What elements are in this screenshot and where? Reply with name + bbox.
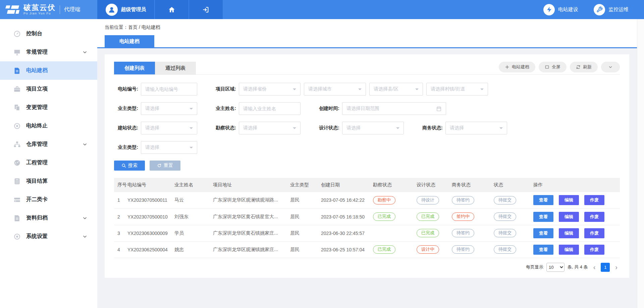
next-page-button[interactable]: › — [613, 264, 620, 270]
sidebar-item-2[interactable]: 电站建档 — [0, 61, 97, 80]
status-badge: 待提交 — [494, 196, 516, 204]
edit-button[interactable]: 编辑 — [559, 212, 579, 222]
table-header-cell: 业主姓名 — [174, 178, 213, 192]
tab-create-list[interactable]: 创建列表 — [114, 62, 155, 74]
logout-icon — [202, 6, 210, 13]
sidebar-item-5[interactable]: 电站终止 — [0, 117, 97, 135]
table-row: 3YX2023063000009学员广东深圳龙华区黄石镇姚家庄...居民2023… — [114, 225, 620, 241]
reset-button[interactable]: 重置 — [150, 161, 180, 171]
cell-address: 广东深圳龙华区黄石镇星官大... — [213, 208, 290, 225]
cell-code: YX2023070500010 — [127, 208, 174, 225]
filter-label: 勘察状态: — [212, 125, 239, 131]
pagination: 每页显示 10 条, 共 4 条 ‹ 1 › — [114, 263, 620, 272]
tab-passed-list[interactable]: 通过列表 — [155, 62, 196, 74]
filter-field: 业主类型:请选择 — [114, 102, 197, 115]
filter-select[interactable]: 请选择村镇/街道 — [426, 83, 488, 96]
cell-status: 待提交 — [494, 225, 533, 241]
sidebar-item-4[interactable]: 变更管理 — [0, 98, 97, 117]
sidebar-item-label: 电站终止 — [26, 122, 48, 129]
cell-actions: 查看编辑作废 — [533, 208, 620, 225]
filter-label: 电站编号: — [114, 86, 141, 92]
cell-no: 4 — [114, 241, 127, 258]
logout-button[interactable] — [189, 0, 223, 19]
sidebar-item-3[interactable]: 项目立项 — [0, 80, 97, 98]
sidebar-item-1[interactable]: 常规管理 — [0, 43, 97, 61]
filter-input[interactable] — [141, 83, 197, 96]
settings-icon — [13, 233, 21, 240]
filter-select[interactable]: 请选择省份 — [239, 83, 301, 96]
user-menu[interactable]: 超级管理员 — [97, 0, 154, 19]
edit-button[interactable]: 编辑 — [559, 245, 579, 255]
refresh-button[interactable]: 刷新 — [570, 62, 598, 72]
filter-field: 电站编号: — [114, 83, 197, 96]
chevron-down-icon — [415, 88, 419, 92]
status-badge: 待提交 — [494, 229, 516, 237]
prev-page-button[interactable]: ‹ — [591, 264, 598, 270]
filter-select[interactable]: 请选择 — [141, 102, 197, 115]
status-badge: 待签约 — [452, 229, 474, 237]
user-name: 超级管理员 — [121, 6, 146, 13]
sidebar-item-11[interactable]: 系统设置 — [0, 227, 97, 246]
void-button[interactable]: 作废 — [584, 245, 604, 255]
archive-icon — [13, 214, 21, 222]
view-button[interactable]: 查看 — [533, 245, 553, 255]
table-row: 4YX2023062500004姚忠广东深圳龙华区观澜镇姚家庄...居民2023… — [114, 241, 620, 258]
calculator-icon — [13, 178, 21, 185]
view-button[interactable]: 查看 — [533, 228, 553, 238]
per-page-select[interactable]: 10 — [546, 263, 565, 272]
view-button[interactable]: 查看 — [533, 195, 553, 205]
filter-select[interactable]: 请选择 — [445, 122, 507, 134]
filter-select[interactable]: 请选择县/区 — [369, 83, 423, 96]
table-row: 2YX2023070500010刘强东广东深圳龙华区黄石镇星官大...居民202… — [114, 208, 620, 225]
dashboard-icon — [13, 30, 21, 38]
void-button[interactable]: 作废 — [584, 195, 604, 205]
scrollbar[interactable] — [637, 19, 644, 308]
plus-icon — [505, 65, 509, 69]
filter-field: 建站状态:请选择 — [114, 122, 197, 134]
collapse-toolbar-button[interactable] — [601, 62, 620, 72]
cell-code: YX2023063000009 — [127, 225, 174, 241]
header-quick-links: 电站建设 监控运维 — [543, 0, 644, 19]
page-number[interactable]: 1 — [601, 263, 610, 272]
cell-code: YX2023062500004 — [127, 241, 174, 258]
list-tabs-row: 创建列表 通过列表 电站建档 全屏 刷新 — [114, 62, 620, 75]
select-placeholder: 请选择县/区 — [374, 86, 398, 92]
void-button[interactable]: 作废 — [584, 228, 604, 238]
copy-icon — [13, 104, 21, 111]
edit-button[interactable]: 编辑 — [559, 228, 579, 238]
chevron-down-icon — [83, 50, 87, 55]
search-button[interactable]: 搜索 — [114, 161, 145, 171]
filter-select[interactable]: 请选择 — [141, 141, 197, 154]
date-range-input[interactable]: 请选择日期范围 — [342, 102, 446, 115]
filter-input[interactable] — [239, 102, 301, 115]
sidebar-item-7[interactable]: 工程管理 — [0, 153, 97, 172]
filter-select[interactable]: 请选择 — [342, 122, 404, 134]
wrench-icon — [594, 4, 605, 15]
nav-monitor-ops[interactable]: 监控运维 — [594, 4, 629, 15]
filter-field: 勘察状态:请选择 — [212, 122, 301, 134]
view-button[interactable]: 查看 — [533, 212, 553, 222]
lightning-icon — [543, 4, 555, 15]
fullscreen-button[interactable]: 全屏 — [539, 62, 567, 72]
void-button[interactable]: 作废 — [584, 212, 604, 222]
page-tab[interactable]: 电站建档 — [105, 35, 154, 47]
sidebar-item-9[interactable]: 开二类卡 — [0, 190, 97, 209]
sitemap-icon — [13, 141, 21, 148]
cell-design: 待设计 — [417, 192, 452, 208]
sidebar-item-0[interactable]: 控制台 — [0, 24, 97, 43]
cell-owner: 刘强东 — [174, 208, 213, 225]
cell-owner_type: 居民 — [290, 208, 321, 225]
create-station-button[interactable]: 电站建档 — [499, 62, 535, 72]
chevron-down-icon — [83, 142, 87, 147]
filter-select[interactable]: 请选择 — [141, 122, 197, 134]
sidebar-item-8[interactable]: 项目结算 — [0, 172, 97, 190]
sidebar-item-10[interactable]: 资料归档 — [0, 209, 97, 227]
cell-design: 设计中 — [417, 241, 452, 258]
sidebar-item-6[interactable]: 仓库管理 — [0, 135, 97, 153]
filter-select[interactable]: 请选择 — [239, 122, 301, 134]
nav-station-build[interactable]: 电站建设 — [543, 4, 578, 15]
filter-select[interactable]: 请选择城市 — [304, 83, 366, 96]
home-button[interactable] — [154, 0, 189, 19]
edit-button[interactable]: 编辑 — [559, 195, 579, 205]
chevron-down-icon — [608, 65, 613, 69]
